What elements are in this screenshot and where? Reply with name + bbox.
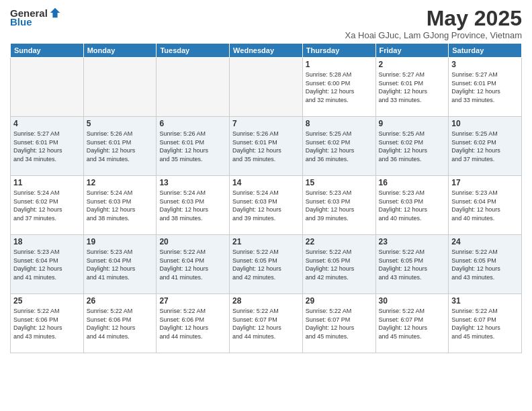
day-number: 10 bbox=[451, 119, 519, 128]
day-info: Sunrise: 5:25 AM Sunset: 6:02 PM Dayligh… bbox=[451, 130, 519, 163]
week-row-1: 1Sunrise: 5:28 AM Sunset: 6:00 PM Daylig… bbox=[11, 58, 522, 117]
day-info: Sunrise: 5:27 AM Sunset: 6:01 PM Dayligh… bbox=[451, 71, 519, 104]
calendar-cell: 12Sunrise: 5:24 AM Sunset: 6:03 PM Dayli… bbox=[83, 176, 157, 235]
day-info: Sunrise: 5:22 AM Sunset: 6:05 PM Dayligh… bbox=[232, 248, 300, 281]
calendar-table: Sunday Monday Tuesday Wednesday Thursday… bbox=[10, 43, 522, 353]
day-info: Sunrise: 5:24 AM Sunset: 6:02 PM Dayligh… bbox=[13, 189, 81, 222]
calendar-cell: 8Sunrise: 5:25 AM Sunset: 6:02 PM Daylig… bbox=[302, 117, 375, 176]
calendar-cell: 27Sunrise: 5:22 AM Sunset: 6:06 PM Dayli… bbox=[157, 294, 230, 353]
calendar-cell: 17Sunrise: 5:23 AM Sunset: 6:04 PM Dayli… bbox=[449, 176, 522, 235]
calendar-cell: 4Sunrise: 5:27 AM Sunset: 6:01 PM Daylig… bbox=[11, 117, 84, 176]
calendar-cell: 25Sunrise: 5:22 AM Sunset: 6:06 PM Dayli… bbox=[11, 294, 84, 353]
calendar-cell bbox=[230, 58, 303, 117]
day-info: Sunrise: 5:22 AM Sunset: 6:07 PM Dayligh… bbox=[306, 307, 373, 340]
day-info: Sunrise: 5:22 AM Sunset: 6:06 PM Dayligh… bbox=[13, 307, 81, 340]
calendar-cell bbox=[11, 58, 84, 117]
calendar-cell: 2Sunrise: 5:27 AM Sunset: 6:01 PM Daylig… bbox=[375, 58, 449, 117]
day-info: Sunrise: 5:23 AM Sunset: 6:03 PM Dayligh… bbox=[306, 189, 373, 222]
day-number: 20 bbox=[159, 237, 226, 246]
page: General Blue May 2025 Xa Hoai GJuc, Lam … bbox=[0, 0, 532, 411]
calendar-cell: 15Sunrise: 5:23 AM Sunset: 6:03 PM Dayli… bbox=[302, 176, 375, 235]
day-number: 30 bbox=[379, 296, 446, 306]
month-title: May 2025 bbox=[345, 7, 523, 30]
header-friday: Friday bbox=[375, 44, 449, 58]
calendar-cell: 6Sunrise: 5:26 AM Sunset: 6:01 PM Daylig… bbox=[157, 117, 230, 176]
day-info: Sunrise: 5:27 AM Sunset: 6:01 PM Dayligh… bbox=[379, 71, 446, 104]
day-number: 28 bbox=[232, 296, 300, 306]
calendar-cell: 9Sunrise: 5:25 AM Sunset: 6:02 PM Daylig… bbox=[375, 117, 449, 176]
weekday-header-row: Sunday Monday Tuesday Wednesday Thursday… bbox=[11, 44, 522, 58]
calendar-cell: 3Sunrise: 5:27 AM Sunset: 6:01 PM Daylig… bbox=[449, 58, 522, 117]
calendar-cell: 30Sunrise: 5:22 AM Sunset: 6:07 PM Dayli… bbox=[375, 294, 449, 353]
day-info: Sunrise: 5:25 AM Sunset: 6:02 PM Dayligh… bbox=[379, 130, 446, 163]
calendar-cell: 22Sunrise: 5:22 AM Sunset: 6:05 PM Dayli… bbox=[302, 235, 375, 294]
day-number: 3 bbox=[451, 60, 519, 69]
day-number: 8 bbox=[306, 119, 373, 128]
day-number: 24 bbox=[451, 237, 519, 246]
day-number: 4 bbox=[13, 119, 81, 128]
day-info: Sunrise: 5:22 AM Sunset: 6:06 PM Dayligh… bbox=[159, 307, 226, 340]
day-number: 31 bbox=[451, 296, 519, 306]
calendar-cell: 5Sunrise: 5:26 AM Sunset: 6:01 PM Daylig… bbox=[83, 117, 157, 176]
day-number: 2 bbox=[379, 60, 446, 69]
header-thursday: Thursday bbox=[302, 44, 375, 58]
calendar-cell: 14Sunrise: 5:24 AM Sunset: 6:03 PM Dayli… bbox=[230, 176, 303, 235]
calendar-cell: 7Sunrise: 5:26 AM Sunset: 6:01 PM Daylig… bbox=[230, 117, 303, 176]
calendar-cell: 18Sunrise: 5:23 AM Sunset: 6:04 PM Dayli… bbox=[11, 235, 84, 294]
calendar-cell: 24Sunrise: 5:22 AM Sunset: 6:05 PM Dayli… bbox=[449, 235, 522, 294]
day-number: 14 bbox=[232, 178, 300, 187]
calendar-cell bbox=[83, 58, 157, 117]
day-info: Sunrise: 5:26 AM Sunset: 6:01 PM Dayligh… bbox=[159, 130, 226, 163]
day-info: Sunrise: 5:23 AM Sunset: 6:04 PM Dayligh… bbox=[87, 248, 154, 281]
day-info: Sunrise: 5:22 AM Sunset: 6:05 PM Dayligh… bbox=[379, 248, 446, 281]
logo-icon bbox=[49, 7, 61, 19]
week-row-5: 25Sunrise: 5:22 AM Sunset: 6:06 PM Dayli… bbox=[11, 294, 522, 353]
logo-blue: Blue bbox=[10, 16, 32, 28]
day-info: Sunrise: 5:25 AM Sunset: 6:02 PM Dayligh… bbox=[306, 130, 373, 163]
day-number: 7 bbox=[232, 119, 300, 128]
day-info: Sunrise: 5:22 AM Sunset: 6:07 PM Dayligh… bbox=[379, 307, 446, 340]
week-row-2: 4Sunrise: 5:27 AM Sunset: 6:01 PM Daylig… bbox=[11, 117, 522, 176]
day-info: Sunrise: 5:22 AM Sunset: 6:07 PM Dayligh… bbox=[451, 307, 519, 340]
day-info: Sunrise: 5:22 AM Sunset: 6:04 PM Dayligh… bbox=[159, 248, 226, 281]
day-info: Sunrise: 5:22 AM Sunset: 6:07 PM Dayligh… bbox=[232, 307, 300, 340]
day-info: Sunrise: 5:22 AM Sunset: 6:06 PM Dayligh… bbox=[87, 307, 154, 340]
day-info: Sunrise: 5:23 AM Sunset: 6:04 PM Dayligh… bbox=[13, 248, 81, 281]
calendar-cell: 13Sunrise: 5:24 AM Sunset: 6:03 PM Dayli… bbox=[157, 176, 230, 235]
calendar-cell: 23Sunrise: 5:22 AM Sunset: 6:05 PM Dayli… bbox=[375, 235, 449, 294]
day-info: Sunrise: 5:23 AM Sunset: 6:03 PM Dayligh… bbox=[379, 189, 446, 222]
header-wednesday: Wednesday bbox=[230, 44, 303, 58]
calendar-cell: 10Sunrise: 5:25 AM Sunset: 6:02 PM Dayli… bbox=[449, 117, 522, 176]
day-number: 18 bbox=[13, 237, 81, 246]
calendar-cell: 28Sunrise: 5:22 AM Sunset: 6:07 PM Dayli… bbox=[230, 294, 303, 353]
day-info: Sunrise: 5:23 AM Sunset: 6:04 PM Dayligh… bbox=[451, 189, 519, 222]
day-number: 12 bbox=[87, 178, 154, 187]
day-info: Sunrise: 5:24 AM Sunset: 6:03 PM Dayligh… bbox=[87, 189, 154, 222]
calendar-cell: 16Sunrise: 5:23 AM Sunset: 6:03 PM Dayli… bbox=[375, 176, 449, 235]
calendar-cell: 26Sunrise: 5:22 AM Sunset: 6:06 PM Dayli… bbox=[83, 294, 157, 353]
day-number: 17 bbox=[451, 178, 519, 187]
day-number: 11 bbox=[13, 178, 81, 187]
day-number: 1 bbox=[306, 60, 373, 69]
title-section: May 2025 Xa Hoai GJuc, Lam GJong Provinc… bbox=[345, 7, 523, 40]
day-number: 22 bbox=[306, 237, 373, 246]
calendar-cell: 11Sunrise: 5:24 AM Sunset: 6:02 PM Dayli… bbox=[11, 176, 84, 235]
day-info: Sunrise: 5:27 AM Sunset: 6:01 PM Dayligh… bbox=[13, 130, 81, 163]
day-number: 21 bbox=[232, 237, 300, 246]
calendar-cell: 21Sunrise: 5:22 AM Sunset: 6:05 PM Dayli… bbox=[230, 235, 303, 294]
calendar-cell: 1Sunrise: 5:28 AM Sunset: 6:00 PM Daylig… bbox=[302, 58, 375, 117]
header-sunday: Sunday bbox=[11, 44, 84, 58]
day-number: 6 bbox=[159, 119, 226, 128]
header-monday: Monday bbox=[83, 44, 157, 58]
svg-marker-0 bbox=[50, 8, 60, 17]
calendar-cell: 29Sunrise: 5:22 AM Sunset: 6:07 PM Dayli… bbox=[302, 294, 375, 353]
logo: General Blue bbox=[10, 7, 61, 28]
header-saturday: Saturday bbox=[449, 44, 522, 58]
day-number: 16 bbox=[379, 178, 446, 187]
calendar-cell: 19Sunrise: 5:23 AM Sunset: 6:04 PM Dayli… bbox=[83, 235, 157, 294]
day-number: 9 bbox=[379, 119, 446, 128]
day-info: Sunrise: 5:28 AM Sunset: 6:00 PM Dayligh… bbox=[306, 71, 373, 104]
day-info: Sunrise: 5:22 AM Sunset: 6:05 PM Dayligh… bbox=[306, 248, 373, 281]
day-number: 27 bbox=[159, 296, 226, 306]
day-info: Sunrise: 5:26 AM Sunset: 6:01 PM Dayligh… bbox=[87, 130, 154, 163]
